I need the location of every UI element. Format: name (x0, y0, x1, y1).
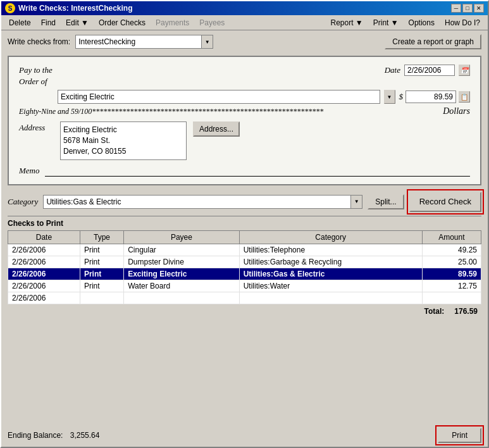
menu-print[interactable]: Print ▼ (368, 17, 404, 28)
ending-balance-value: 3,255.64 (70, 431, 100, 440)
split-button[interactable]: Split... (368, 194, 404, 209)
payee-input[interactable] (58, 90, 380, 104)
cell-4-2 (124, 292, 240, 304)
title-bar: S Write Checks: InterestChecking ─ □ ✕ (1, 1, 488, 15)
category-label: Category (8, 197, 38, 207)
cell-4-4 (422, 292, 481, 304)
menu-edit[interactable]: Edit ▼ (61, 17, 94, 28)
calendar-icon[interactable]: 📅 (459, 65, 470, 76)
cell-3-4: 12.75 (422, 280, 481, 292)
cell-3-2: Water Board (124, 280, 240, 292)
cell-3-1: Print (80, 280, 123, 292)
checks-table-area: Checks to Print Date Type Payee Category… (8, 219, 481, 423)
cell-2-3: Utilities:Gas & Electric (239, 268, 422, 280)
write-checks-label: Write checks from: (8, 37, 70, 46)
dollars-label: Dollars (443, 106, 470, 116)
col-category: Category (239, 230, 422, 244)
category-dropdown-arrow[interactable]: ▼ (351, 195, 362, 209)
pay-to-label: Pay to theOrder of (19, 65, 53, 87)
cell-1-3: Utilities:Garbage & Recycling (239, 256, 422, 268)
table-row[interactable]: 2/26/2006PrintCingularUtilities:Telephon… (8, 244, 481, 256)
menu-bar: Delete Find Edit ▼ Order Checks Payments… (1, 15, 488, 30)
check-area: Pay to theOrder of Date 📅 ▼ $ 📋 Eighty-N… (8, 56, 481, 185)
col-payee: Payee (124, 230, 240, 244)
minimize-button[interactable]: ─ (451, 4, 461, 13)
payee-row: ▼ $ 📋 (19, 90, 470, 104)
ending-balance-row: Ending Balance: 3,255.64 Print (1, 425, 488, 447)
account-select[interactable]: InterestChecking ▼ (75, 35, 213, 49)
menu-order-checks[interactable]: Order Checks (94, 17, 151, 28)
cell-1-1: Print (80, 256, 123, 268)
category-input[interactable] (43, 195, 351, 209)
address-line1: Exciting Electric (63, 125, 183, 135)
payee-dropdown-arrow[interactable]: ▼ (384, 90, 395, 104)
cell-4-0: 2/26/2006 (8, 292, 80, 304)
cell-0-3: Utilities:Telephone (239, 244, 422, 256)
checks-table-title: Checks to Print (8, 219, 481, 228)
memo-row: Memo (19, 165, 470, 177)
menu-delete[interactable]: Delete (4, 17, 36, 28)
amount-calendar-icon[interactable]: 📋 (459, 91, 470, 103)
cell-3-0: 2/26/2006 (8, 280, 80, 292)
cell-2-1: Print (80, 268, 123, 280)
table-row[interactable]: 2/26/2006PrintDumpster DivineUtilities:G… (8, 256, 481, 268)
amount-section: $ 📋 (399, 90, 471, 103)
written-amount-text: Eighty-Nine and 59/100******************… (19, 107, 323, 116)
table-row[interactable]: 2/26/2006 (8, 292, 481, 304)
date-section: Date 📅 (385, 65, 470, 76)
maximize-button[interactable]: □ (462, 4, 473, 13)
menu-report[interactable]: Report ▼ (325, 17, 368, 28)
print-button[interactable]: Print (438, 428, 481, 443)
main-window: S Write Checks: InterestChecking ─ □ ✕ D… (0, 0, 489, 448)
cell-4-3 (239, 292, 422, 304)
menu-how-do-i[interactable]: How Do I? (440, 17, 485, 28)
table-header-row: Date Type Payee Category Amount (8, 230, 481, 244)
ending-balance-section: Ending Balance: 3,255.64 (8, 431, 99, 440)
toolbar: Write checks from: InterestChecking ▼ Cr… (1, 30, 488, 53)
address-line2: 5678 Main St. (63, 135, 183, 146)
title-buttons: ─ □ ✕ (451, 4, 484, 13)
account-display[interactable]: InterestChecking (75, 35, 202, 49)
cell-0-0: 2/26/2006 (8, 244, 80, 256)
written-amount-row: Eighty-Nine and 59/100******************… (19, 106, 470, 116)
create-report-button[interactable]: Create a report or graph (385, 34, 481, 49)
menu-right: Report ▼ Print ▼ Options How Do I? (325, 17, 485, 28)
memo-label: Memo (19, 166, 40, 176)
amount-input[interactable] (405, 90, 456, 103)
close-button[interactable]: ✕ (474, 4, 484, 13)
window-title: Write Checks: InterestChecking (18, 4, 133, 13)
col-amount: Amount (422, 230, 481, 244)
address-line3: Denver, CO 80155 (63, 146, 183, 157)
table-row[interactable]: 2/26/2006PrintWater BoardUtilities:Water… (8, 280, 481, 292)
account-dropdown-arrow[interactable]: ▼ (202, 35, 213, 49)
date-label: Date (385, 65, 400, 75)
checks-table: Date Type Payee Category Amount 2/26/200… (8, 230, 481, 304)
address-section: Address Exciting Electric 5678 Main St. … (19, 121, 470, 159)
cell-1-4: 25.00 (422, 256, 481, 268)
total-label: Total: (424, 307, 445, 316)
menu-payments: Payments (151, 17, 194, 28)
cell-3-3: Utilities:Water (239, 280, 422, 292)
total-amount: 176.59 (454, 307, 478, 316)
cell-2-4: 89.59 (422, 268, 481, 280)
date-input[interactable] (404, 65, 455, 76)
menu-payees: Payees (194, 17, 230, 28)
cell-1-0: 2/26/2006 (8, 256, 80, 268)
category-select: ▼ (43, 195, 362, 209)
address-label: Address (19, 123, 54, 133)
memo-input[interactable] (45, 165, 471, 177)
table-row[interactable]: 2/26/2006PrintExciting ElectricUtilities… (8, 268, 481, 280)
divider (8, 216, 481, 216)
ending-balance-label: Ending Balance: (8, 431, 63, 440)
record-check-button[interactable]: Record Check (409, 192, 481, 212)
cell-4-1 (80, 292, 123, 304)
dollar-sign: $ (399, 92, 404, 102)
cell-0-2: Cingular (124, 244, 240, 256)
cell-1-2: Dumpster Divine (124, 256, 240, 268)
address-button[interactable]: Address... (193, 121, 240, 137)
cell-2-2: Exciting Electric (124, 268, 240, 280)
app-icon: S (5, 3, 15, 13)
menu-find[interactable]: Find (36, 17, 61, 28)
address-box[interactable]: Exciting Electric 5678 Main St. Denver, … (60, 121, 187, 159)
menu-options[interactable]: Options (404, 17, 440, 28)
